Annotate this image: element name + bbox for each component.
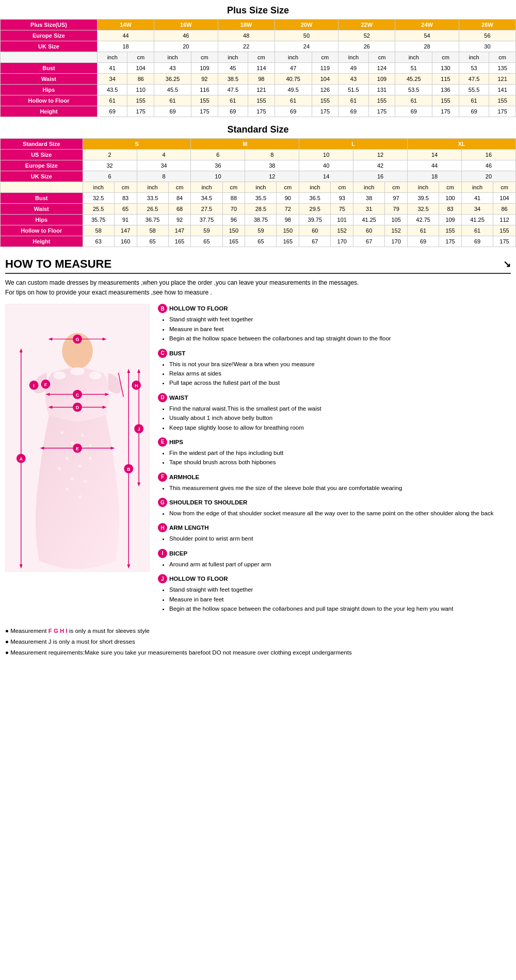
table-cell: 46 — [461, 160, 515, 171]
table-cell: 160 — [114, 236, 137, 247]
table-cell: 28 — [395, 41, 459, 52]
svg-text:I: I — [33, 383, 34, 388]
table-cell: 39.5 — [408, 193, 439, 204]
footer-note-3: ● Measurement requirements:Make sure you… — [5, 647, 511, 658]
table-cell: 104 — [127, 63, 154, 74]
table-cell: Height — [1, 236, 83, 247]
table-cell: 155 — [493, 225, 516, 236]
table-cell: 175 — [368, 106, 395, 117]
table-row: Waist 25.565 26.568 27.570 28.572 29.575… — [1, 204, 516, 215]
table-cell: 43 — [154, 63, 191, 74]
table-cell: 59 — [245, 225, 277, 236]
table-cell: 41 — [461, 193, 493, 204]
table-cell: 100 — [439, 193, 462, 204]
letter-badge-b: B — [158, 304, 167, 313]
svg-point-3 — [70, 367, 85, 375]
table-cell: 69 — [338, 106, 368, 117]
measure-image: A B G C — [5, 304, 150, 618]
measure-label-d: D WAIST — [158, 393, 511, 402]
svg-marker-43 — [40, 447, 44, 450]
measure-item-f: F ARMHOLE This measurement gives me the … — [158, 472, 511, 493]
table-cell: Europe Size — [1, 30, 98, 41]
table-cell: 170 — [331, 236, 353, 247]
arrow-icon: ↘ — [503, 258, 511, 270]
table-cell: 30 — [459, 41, 515, 52]
table-cell: 41 — [98, 63, 127, 74]
svg-text:G: G — [76, 337, 79, 342]
table-cell: cm — [439, 182, 462, 193]
letter-badge-i: I — [158, 549, 167, 558]
measure-title-f: ARMHOLE — [169, 474, 199, 480]
table-cell: 41.25 — [353, 215, 385, 225]
table-cell: 12 — [353, 150, 408, 160]
table-cell: 26W — [459, 20, 515, 30]
table-cell: inch — [245, 182, 277, 193]
letter-badge-h: H — [158, 523, 167, 532]
table-cell: cm — [127, 52, 154, 63]
table-cell: 38.5 — [218, 74, 248, 85]
measure-title-d: WAIST — [169, 395, 188, 401]
table-row: inchcm inchcm inchcm inchcm inchcm inchc… — [1, 52, 516, 63]
table-cell: 175 — [312, 106, 338, 117]
table-cell: 32.5 — [408, 204, 439, 215]
table-cell: 10 — [299, 150, 353, 160]
table-cell: 12 — [245, 171, 299, 182]
table-cell: 88 — [222, 193, 245, 204]
table-cell: 8 — [245, 150, 299, 160]
table-cell: 175 — [489, 106, 516, 117]
table-cell: 36.5 — [299, 193, 331, 204]
table-cell: 18 — [408, 171, 462, 182]
svg-text:E: E — [76, 446, 79, 451]
table-row: Hollow to Floor 58147 58147 59150 59150 … — [1, 225, 516, 236]
table-cell: 141 — [489, 85, 516, 95]
table-row: Plus Size(US) 14W 16W 18W 20W 22W 24W 26… — [1, 20, 516, 30]
table-cell: 121 — [489, 74, 516, 85]
table-cell: 69 — [459, 106, 489, 117]
measure-instructions: B HOLLOW TO FLOOR Stand straight with fe… — [158, 304, 511, 618]
table-cell: Hips — [1, 215, 83, 225]
svg-point-4 — [89, 371, 102, 380]
table-cell: 61 — [218, 95, 248, 106]
table-cell: 119 — [312, 63, 338, 74]
table-cell: 175 — [127, 106, 154, 117]
table-cell: 38 — [353, 193, 385, 204]
table-cell: 147 — [168, 225, 191, 236]
table-cell: 116 — [191, 85, 218, 95]
table-cell: 42.75 — [408, 215, 439, 225]
table-cell: 42 — [353, 160, 408, 171]
table-cell: 34 — [137, 160, 191, 171]
measure-title-h: ARM LENGTH — [169, 525, 209, 531]
list-item: Measure in bare feet — [169, 595, 511, 604]
table-cell: 47 — [275, 63, 312, 74]
table-cell: 49.5 — [275, 85, 312, 95]
table-cell: 93 — [331, 193, 353, 204]
table-cell: 14 — [408, 150, 462, 160]
table-cell: 47.5 — [218, 85, 248, 95]
table-cell: 43 — [338, 74, 368, 85]
standard-size-table: Standard Size S M L XL US Size 2 4 6 8 1… — [0, 138, 516, 247]
table-cell: 60 — [299, 225, 331, 236]
table-cell: US Size — [1, 150, 83, 160]
table-row: Hips 35.7591 36.7592 37.7596 38.7598 39.… — [1, 215, 516, 225]
table-cell: 32 — [83, 160, 137, 171]
svg-marker-56 — [137, 483, 140, 487]
table-cell: 39.75 — [299, 215, 331, 225]
table-row: Bust 32.583 33.584 34.588 35.590 36.593 … — [1, 193, 516, 204]
table-cell: Standard Size — [1, 139, 83, 150]
table-row: Hips 43.5110 45.5116 47.5121 49.5126 51.… — [1, 85, 516, 95]
table-cell: 61 — [408, 225, 439, 236]
list-item: Around arm at fullest part of upper arm — [169, 560, 511, 569]
table-cell: inch — [275, 52, 312, 63]
table-cell: 16 — [461, 150, 515, 160]
table-cell: 38.75 — [245, 215, 277, 225]
svg-text:A: A — [20, 456, 23, 462]
table-cell: 70 — [222, 204, 245, 215]
list-item: Begin at the hollow space between the co… — [169, 604, 511, 613]
table-cell: 131 — [368, 85, 395, 95]
table-cell: 29.5 — [299, 204, 331, 215]
table-cell: 34.5 — [191, 193, 222, 204]
table-cell: 37.75 — [191, 215, 222, 225]
table-cell: inch — [83, 182, 114, 193]
table-cell: 67 — [299, 236, 331, 247]
table-cell: Bust — [1, 193, 83, 204]
